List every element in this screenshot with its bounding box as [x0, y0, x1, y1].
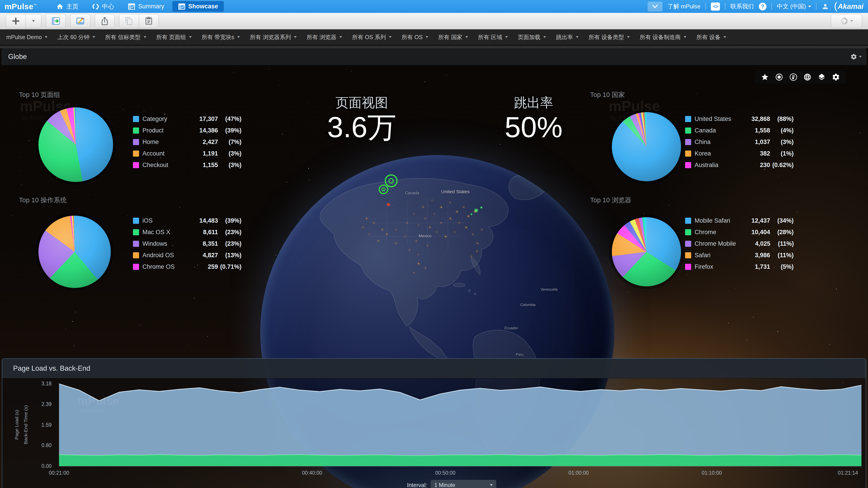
- filter-dropdown[interactable]: 所有 OS 系列: [352, 33, 392, 41]
- legend-row[interactable]: Safari3,986(11%): [685, 250, 794, 261]
- widget-settings-menu[interactable]: [850, 53, 862, 60]
- filter-dropdown[interactable]: 页面加载: [518, 33, 546, 41]
- legend-row[interactable]: Android OS4,827(13%): [133, 250, 242, 261]
- legend-countries: United States32,868(88%)Canada1,558(4%)C…: [685, 113, 794, 171]
- nav-item-summary[interactable]: Summary: [122, 1, 170, 12]
- filter-dropdown[interactable]: 所有 设备类型: [589, 33, 630, 41]
- legend-row[interactable]: Mac OS X8,611(23%): [133, 226, 242, 238]
- filter-dropdown[interactable]: 上次 60 分钟: [57, 33, 95, 41]
- contact-us-link[interactable]: 联系我们: [730, 2, 754, 10]
- favorite-star-icon[interactable]: [761, 73, 769, 81]
- filter-dropdown[interactable]: 所有 浏览器: [307, 33, 342, 41]
- legend-label: Windows: [143, 240, 184, 247]
- help-icon[interactable]: ?: [759, 3, 767, 10]
- filter-dropdown[interactable]: 所有 OS: [402, 33, 428, 41]
- legend-swatch: [133, 229, 139, 235]
- filter-dropdown[interactable]: 所有 信标类型: [105, 33, 146, 41]
- language-selector[interactable]: 中文 (中国): [777, 2, 811, 10]
- legend-row[interactable]: Windows8,351(23%): [133, 238, 242, 250]
- legend-row[interactable]: Account1,191(3%): [133, 148, 242, 159]
- filter-bar: mPulse Demo上次 60 分钟所有 信标类型所有 页面组所有 带宽块s所…: [0, 29, 868, 45]
- filter-dropdown[interactable]: 所有 页面组: [156, 33, 192, 41]
- refresh-menu-button[interactable]: [831, 14, 862, 28]
- chevron-down-icon: [45, 36, 48, 38]
- legend-swatch: [685, 264, 691, 270]
- filter-dropdown[interactable]: 所有 浏览器系列: [250, 33, 297, 41]
- x-axis-line: [59, 466, 862, 466]
- y-tick-label: 3.18: [27, 381, 52, 387]
- chevron-down-icon: [294, 36, 297, 38]
- legend-row[interactable]: Chrome10,404(28%): [685, 226, 794, 238]
- filter-dropdown[interactable]: 所有 设备制造商: [640, 33, 686, 41]
- legend-page-groups: Category17,307(47%)Product14,386(39%)Hom…: [133, 113, 242, 171]
- legend-row[interactable]: Australia230(0.62%): [685, 159, 794, 171]
- nav-item-showcase[interactable]: Showcase: [172, 1, 224, 12]
- legend-row[interactable]: Product14,386(39%): [133, 125, 242, 136]
- embed-code-icon[interactable]: <>: [711, 2, 720, 11]
- y-axis-label-pageload: Page Load (s): [14, 410, 20, 440]
- legend-value: 382: [736, 150, 770, 157]
- clipboard-group: [119, 14, 159, 28]
- pie-countries[interactable]: [612, 112, 681, 181]
- edit-dashboard-button[interactable]: [70, 14, 90, 28]
- legend-row[interactable]: iOS14,483(39%): [133, 215, 242, 226]
- mpulse-logo[interactable]: mPulse™: [4, 2, 37, 11]
- add-widget-button[interactable]: [6, 14, 26, 28]
- collapse-toolbar-button[interactable]: [648, 2, 662, 11]
- map-country-label: Venezuela: [540, 288, 558, 292]
- layers-icon[interactable]: [817, 73, 826, 81]
- thermometer-icon[interactable]: [789, 73, 798, 81]
- legend-row[interactable]: Category17,307(47%): [133, 113, 242, 125]
- share-dashboard-button[interactable]: [95, 14, 115, 28]
- filter-dropdown[interactable]: 所有 区域: [478, 33, 508, 41]
- legend-row[interactable]: Mobile Safari12,437(34%): [685, 215, 794, 226]
- learn-mpulse-link[interactable]: 了解 mPulse: [668, 2, 701, 10]
- legend-label: Chrome: [694, 229, 736, 236]
- share-icon: [100, 17, 109, 26]
- filter-dropdown[interactable]: 所有 设备: [696, 33, 726, 41]
- legend-label: Product: [143, 127, 184, 134]
- pie-browsers[interactable]: [612, 217, 681, 286]
- filter-dropdown[interactable]: 所有 带宽块s: [202, 33, 240, 41]
- gear-icon[interactable]: [832, 73, 840, 81]
- chevron-down-icon: [490, 484, 493, 486]
- copy-button[interactable]: [119, 14, 139, 28]
- nav-item-center[interactable]: 中心: [86, 1, 120, 12]
- pie-page-groups[interactable]: [38, 107, 113, 182]
- legend-row[interactable]: Chrome OS259(0.71%): [133, 261, 242, 272]
- paste-button[interactable]: [139, 14, 159, 28]
- legend-percent: (88%): [770, 116, 794, 123]
- chevron-down-icon: [808, 6, 811, 7]
- user-icon[interactable]: [822, 3, 829, 10]
- filter-dropdown[interactable]: 所有 国家: [438, 33, 468, 41]
- open-dashboard-button[interactable]: [46, 14, 66, 28]
- legend-row[interactable]: United States32,868(88%): [685, 113, 794, 125]
- legend-row[interactable]: Firefox1,731(5%): [685, 261, 794, 272]
- filter-dropdown[interactable]: mPulse Demo: [6, 34, 48, 40]
- legend-row[interactable]: Korea382(1%): [685, 148, 794, 159]
- legend-value: 1,731: [736, 263, 770, 270]
- nav-item-home[interactable]: 主页: [51, 1, 84, 12]
- pie-os[interactable]: [38, 216, 111, 288]
- filter-dropdown[interactable]: 跳出率: [556, 33, 579, 41]
- legend-row[interactable]: China1,037(3%): [685, 136, 794, 148]
- legend-percent: (5%): [770, 263, 794, 270]
- legend-row[interactable]: Chrome Mobile4,025(11%): [685, 238, 794, 250]
- pageload-backend-panel: Page Load vs. Back-End mPulse by Akamai …: [2, 358, 866, 488]
- panel-header[interactable]: Page Load vs. Back-End: [2, 359, 866, 378]
- legend-row[interactable]: Canada1,558(4%): [685, 125, 794, 136]
- globe-icon[interactable]: [803, 73, 811, 81]
- globe-visualization[interactable]: CanadaUnited StatesMexicoVenezuelaColomb…: [0, 65, 868, 488]
- area-chart[interactable]: [59, 384, 862, 466]
- legend-row[interactable]: Checkout1,155(3%): [133, 159, 242, 171]
- legend-percent: (23%): [218, 240, 242, 247]
- record-icon[interactable]: [775, 73, 783, 81]
- legend-label: Chrome OS: [143, 263, 184, 270]
- interval-select[interactable]: 1 Minute: [431, 480, 496, 488]
- legend-row[interactable]: Home2,427(7%): [133, 136, 242, 148]
- legend-value: 14,483: [184, 217, 218, 224]
- chevron-down-icon: [92, 36, 95, 38]
- legend-swatch: [685, 218, 691, 224]
- add-widget-dropdown[interactable]: [26, 14, 41, 28]
- top-nav: mPulse™ 主页 中心 Summary Showcase 了解 mPulse…: [0, 0, 868, 13]
